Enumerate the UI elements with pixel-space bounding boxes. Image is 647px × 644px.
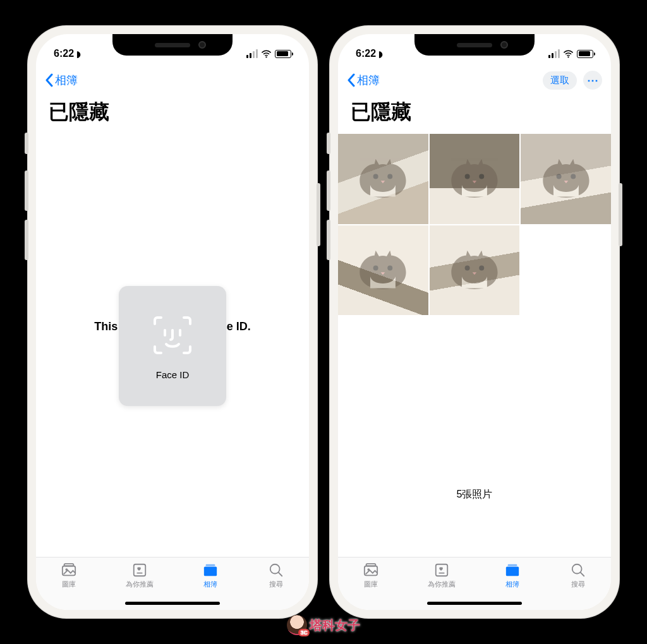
screen-left: 6:22 ◗ 相簿 已隱藏 This Album requires Face I… — [36, 34, 309, 610]
battery-icon — [275, 50, 291, 58]
watermark-avatar — [287, 615, 307, 635]
volume-up-button — [327, 170, 330, 211]
faceid-prompt[interactable]: Face ID — [119, 286, 226, 406]
silence-switch — [327, 133, 330, 154]
home-indicator[interactable] — [427, 602, 522, 605]
screen-right: 6:22 ◗ 相簿 選取 ⋯ 已隱藏 — [338, 34, 611, 610]
tab-for-you[interactable]: 為你推薦 — [428, 563, 456, 589]
power-button — [317, 183, 320, 246]
content-grid: 5張照片 — [338, 134, 611, 557]
status-time: 6:22 — [356, 48, 376, 59]
photo-thumbnail[interactable] — [338, 225, 428, 316]
tab-search[interactable]: 搜尋 — [569, 563, 587, 589]
wifi-icon — [563, 49, 574, 59]
photo-thumbnail[interactable] — [338, 134, 428, 224]
photo-grid — [338, 134, 611, 315]
nav-bar: 相簿 — [36, 64, 309, 96]
back-label: 相簿 — [55, 73, 78, 88]
tab-albums[interactable]: 相簿 — [202, 563, 219, 589]
ellipsis-icon: ⋯ — [587, 73, 599, 87]
tab-for-you[interactable]: 為你推薦 — [126, 563, 154, 589]
albums-icon — [504, 563, 521, 578]
tab-albums-label: 相簿 — [505, 580, 519, 589]
earpiece — [457, 43, 492, 47]
search-icon — [267, 563, 285, 578]
watermark: 塔科女子 — [287, 615, 360, 635]
for-you-icon — [131, 563, 148, 578]
library-icon — [60, 563, 78, 578]
nav-bar: 相簿 選取 ⋯ — [338, 64, 611, 96]
tab-library[interactable]: 圖庫 — [60, 563, 78, 589]
photo-count: 5張照片 — [338, 488, 611, 501]
volume-down-button — [25, 220, 28, 260]
tab-library-label: 圖庫 — [62, 580, 76, 589]
watermark-text: 塔科女子 — [310, 617, 360, 634]
silence-switch — [25, 133, 28, 154]
front-camera — [500, 41, 508, 49]
tab-for-you-label: 為你推薦 — [126, 580, 154, 589]
tab-albums[interactable]: 相簿 — [504, 563, 521, 589]
faceid-icon — [150, 313, 195, 358]
notch — [112, 34, 233, 56]
tab-albums-label: 相簿 — [203, 580, 217, 589]
front-camera — [198, 41, 206, 49]
chevron-left-icon — [347, 73, 356, 87]
phone-frame-right: 6:22 ◗ 相簿 選取 ⋯ 已隱藏 — [329, 25, 620, 619]
for-you-icon — [433, 563, 450, 578]
back-button[interactable]: 相簿 — [347, 73, 380, 88]
back-label: 相簿 — [357, 73, 380, 88]
tab-library-label: 圖庫 — [364, 580, 378, 589]
select-button[interactable]: 選取 — [543, 71, 577, 90]
volume-down-button — [327, 220, 330, 260]
cellular-icon — [548, 49, 560, 58]
page-title: 已隱藏 — [36, 96, 309, 134]
power-button — [619, 183, 622, 246]
volume-up-button — [25, 170, 28, 211]
svg-point-16 — [567, 56, 569, 57]
page-title: 已隱藏 — [338, 96, 611, 134]
status-time: 6:22 — [54, 48, 74, 59]
phone-frame-left: 6:22 ◗ 相簿 已隱藏 This Album requires Face I… — [27, 25, 318, 619]
photo-thumbnail[interactable] — [430, 134, 520, 224]
wifi-icon — [261, 49, 272, 59]
tab-search[interactable]: 搜尋 — [267, 563, 285, 589]
notch — [414, 34, 535, 56]
tab-search-label: 搜尋 — [269, 580, 283, 589]
dnd-moon-icon: ◗ — [76, 49, 81, 59]
svg-point-15 — [265, 56, 267, 57]
albums-icon — [202, 563, 219, 578]
battery-icon — [577, 50, 593, 58]
photo-thumbnail[interactable] — [430, 225, 520, 316]
more-button[interactable]: ⋯ — [583, 71, 602, 90]
dnd-moon-icon: ◗ — [378, 49, 383, 59]
content-locked: This Album requires Face ID. Face ID — [36, 134, 309, 557]
library-icon — [362, 563, 380, 578]
earpiece — [155, 43, 190, 47]
photo-thumbnail[interactable] — [521, 134, 611, 224]
tab-library[interactable]: 圖庫 — [362, 563, 380, 589]
faceid-label: Face ID — [156, 369, 190, 380]
chevron-left-icon — [45, 73, 54, 87]
search-icon — [569, 563, 587, 578]
tab-search-label: 搜尋 — [571, 580, 585, 589]
back-button[interactable]: 相簿 — [45, 73, 78, 88]
home-indicator[interactable] — [125, 602, 220, 605]
cellular-icon — [246, 49, 258, 58]
tab-for-you-label: 為你推薦 — [428, 580, 456, 589]
